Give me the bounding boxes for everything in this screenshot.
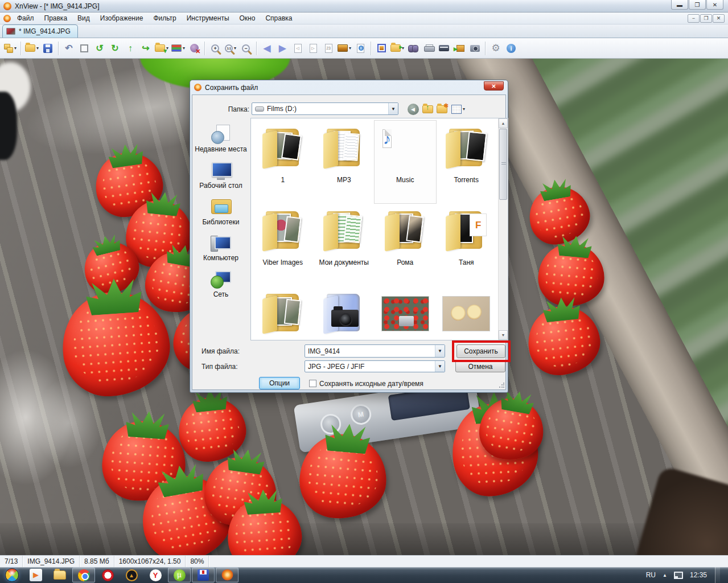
- language-indicator[interactable]: RU: [646, 571, 656, 579]
- file-item-strawberry-photo[interactable]: [375, 286, 436, 340]
- settings-button[interactable]: ⚙: [488, 40, 503, 56]
- taskbar-xnview[interactable]: [216, 568, 238, 582]
- title-bar[interactable]: XnView - [* IMG_9414.JPG] ▬ ❐ ✕: [0, 0, 728, 13]
- taskbar-explorer[interactable]: [48, 568, 71, 582]
- start-button[interactable]: [0, 567, 24, 583]
- filename-combobox[interactable]: IMG_9414 ▼: [305, 344, 445, 358]
- rotate-left-button[interactable]: ↺: [92, 40, 107, 56]
- new-folder-button[interactable]: ✱: [435, 102, 449, 116]
- menu-file[interactable]: Файл: [12, 13, 39, 23]
- menu-edit[interactable]: Правка: [39, 13, 73, 23]
- file-item-tanya[interactable]: F Таня: [436, 203, 497, 286]
- taskbar-app-dark[interactable]: ▲: [120, 568, 143, 582]
- hidden-icons-chevron[interactable]: ▲: [663, 573, 667, 578]
- show-desktop-button[interactable]: [715, 567, 720, 583]
- scan-button[interactable]: [437, 40, 451, 56]
- file-item-torrents[interactable]: Torrents: [436, 121, 497, 203]
- menu-view[interactable]: Вид: [72, 13, 95, 23]
- zoom-in-button[interactable]: +: [208, 40, 223, 56]
- dialog-title-bar[interactable]: Сохранить файл ✕: [192, 80, 506, 95]
- export-button[interactable]: ▾▾: [154, 40, 170, 56]
- slideshow-button[interactable]: ▾: [336, 40, 352, 56]
- about-button[interactable]: i: [504, 40, 519, 56]
- file-item-viber-images[interactable]: Viber Images: [252, 203, 314, 286]
- redo-button[interactable]: ↪: [138, 40, 153, 56]
- file-item-roma[interactable]: Рома: [375, 203, 436, 286]
- capture-button[interactable]: [467, 40, 482, 56]
- sidebar-item-desktop[interactable]: Рабочий стол: [195, 161, 247, 190]
- previous-image-button[interactable]: ◀: [260, 40, 274, 56]
- first-page-button[interactable]: ◁: [290, 40, 305, 56]
- undo-button[interactable]: ↶: [61, 40, 76, 56]
- options-button[interactable]: Опции: [259, 377, 300, 389]
- last-page-button[interactable]: ▷: [306, 40, 320, 56]
- crop-button[interactable]: [77, 40, 92, 56]
- restore-button[interactable]: ❐: [689, 0, 706, 10]
- chevron-down-icon[interactable]: ▼: [435, 345, 445, 357]
- zoom-out-button[interactable]: −: [238, 40, 253, 56]
- file-list-scrollbar[interactable]: ▲ ▼: [498, 118, 508, 340]
- scroll-down-icon[interactable]: ▼: [499, 330, 508, 340]
- clock[interactable]: 12:35: [690, 571, 707, 579]
- menu-image[interactable]: Изображение: [95, 13, 149, 23]
- page-number-button[interactable]: 23: [321, 40, 336, 56]
- taskbar-floppy-app[interactable]: [192, 568, 215, 582]
- tab-img-9414[interactable]: * IMG_9414.JPG: [2, 24, 78, 38]
- file-item-mp3[interactable]: MP3: [314, 121, 375, 203]
- scrollbar-thumb[interactable]: [499, 129, 507, 200]
- file-item-camera-folder[interactable]: [314, 286, 375, 340]
- sidebar-item-network[interactable]: Сеть: [195, 270, 247, 299]
- adjust-levels-button[interactable]: ▾: [170, 40, 186, 56]
- sidebar-item-computer[interactable]: Компьютер: [195, 233, 247, 262]
- taskbar-chrome[interactable]: [72, 568, 95, 582]
- sidebar-item-recent[interactable]: Недавние места: [195, 125, 247, 154]
- back-nav-button[interactable]: ◀: [406, 102, 419, 116]
- next-image-button[interactable]: ▶: [275, 40, 290, 56]
- child-minimize-button[interactable]: −: [688, 14, 700, 23]
- filetype-combobox[interactable]: JPG - JPEG / JFIF ▼: [305, 360, 445, 372]
- file-item-1[interactable]: 1: [252, 121, 314, 203]
- taskbar-utorrent[interactable]: µ: [168, 568, 191, 582]
- convert-button[interactable]: [452, 40, 467, 56]
- file-item-my-documents[interactable]: Мои документы: [314, 203, 375, 286]
- folder-combobox[interactable]: Films (D:) ▼: [252, 102, 398, 115]
- up-level-button[interactable]: ↑: [421, 102, 434, 116]
- chevron-down-icon[interactable]: ▼: [388, 103, 398, 114]
- file-item-music[interactable]: ♪ Music: [375, 121, 436, 203]
- dialog-close-button[interactable]: ✕: [484, 81, 504, 91]
- save-button-toolbar[interactable]: [40, 40, 55, 56]
- menu-tools[interactable]: Инструменты: [182, 13, 235, 23]
- chevron-down-icon[interactable]: ▼: [435, 361, 445, 372]
- file-item-folder[interactable]: [252, 286, 314, 340]
- taskbar-yandex[interactable]: Y: [144, 568, 167, 582]
- drive-icon: [255, 106, 264, 112]
- menu-filter[interactable]: Фильтр: [148, 13, 181, 23]
- image-properties-button[interactable]: [353, 40, 368, 56]
- sidebar-item-libraries[interactable]: Библиотеки: [195, 198, 247, 227]
- views-button[interactable]: ▾: [450, 102, 467, 116]
- rotate-right-button[interactable]: ↻: [108, 40, 122, 56]
- network-tray-icon[interactable]: [674, 572, 683, 579]
- close-button[interactable]: ✕: [706, 0, 723, 10]
- rotate-up-button[interactable]: ↑: [123, 40, 138, 56]
- zoom-actual-button[interactable]: 1:1▾: [223, 40, 238, 56]
- keep-date-checkbox[interactable]: [309, 380, 316, 387]
- taskbar-opera[interactable]: [96, 568, 119, 582]
- print-button[interactable]: [421, 40, 436, 56]
- file-item-apple-photo[interactable]: [436, 286, 497, 340]
- resize-grip[interactable]: [498, 382, 504, 388]
- child-close-button[interactable]: ✕: [713, 14, 725, 23]
- cancel-button[interactable]: Отмена: [455, 360, 505, 372]
- taskbar-media-player[interactable]: ▶: [24, 568, 47, 582]
- scroll-up-icon[interactable]: ▲: [499, 118, 508, 128]
- open-with-button[interactable]: ▸▾: [389, 40, 405, 56]
- fullscreen-button[interactable]: [374, 40, 389, 56]
- search-button[interactable]: [406, 40, 421, 56]
- child-restore-button[interactable]: ❐: [700, 14, 712, 23]
- browser-button[interactable]: ▾: [3, 40, 18, 56]
- menu-window[interactable]: Окно: [235, 13, 261, 23]
- minimize-button[interactable]: ▬: [671, 0, 688, 10]
- red-eye-button[interactable]: [187, 40, 201, 56]
- menu-help[interactable]: Справка: [260, 13, 297, 23]
- open-button[interactable]: ▾: [24, 40, 40, 56]
